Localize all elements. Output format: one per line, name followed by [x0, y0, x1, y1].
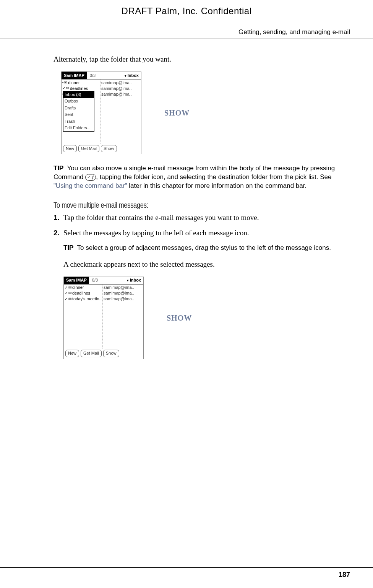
tip-label: TIP [63, 244, 73, 251]
step-1: 1. Tap the folder that contains the e-ma… [54, 213, 350, 223]
palm-screenshot-1: Sam IMAP 0/3 Inbox •✉dinner ✓✉deadlines … [61, 72, 141, 154]
step-text: Tap the folder that contains the e-mail … [63, 213, 259, 223]
cross-reference-link: "Using the command bar" [54, 182, 127, 189]
screenshot-body: ✓✉dinner ✓✉deadlines ✓✉today's meetin.. … [64, 285, 143, 349]
folder-selector: Inbox [122, 73, 141, 78]
screenshot-titlebar: Sam IMAP 0/3 Inbox [64, 277, 143, 285]
message-counter: 0/3 [89, 277, 101, 283]
tip-text-after: , tapping the folder icon, and selecting… [96, 173, 331, 181]
step-text: Select the messages by tapping to the le… [63, 228, 249, 238]
procedure-heading: To move multiple e-mail messages: [54, 200, 297, 210]
envelope-icon: ✉ [68, 285, 71, 290]
envelope-icon: ✉ [68, 291, 71, 296]
show-button: Show [101, 145, 117, 152]
check-icon: ✓ [65, 291, 68, 296]
message-sender: samimap@ima.. [104, 296, 143, 302]
check-icon: ✓ [65, 285, 68, 290]
step-number: 1. [54, 213, 60, 223]
message-row: •✉dinner [62, 80, 99, 86]
message-sender: samimap@ima.. [104, 291, 143, 296]
envelope-icon: ✉ [66, 86, 69, 91]
folder-dropdown: Inbox (3) Outbox Drafts Sent Trash Edit … [63, 91, 94, 132]
section-title: Getting, sending, and managing e-mail [0, 21, 373, 39]
message-row: ✓✉deadlines [62, 86, 99, 91]
message-sender: samimap@ima.. [104, 285, 143, 291]
folder-selector: Inbox [125, 277, 143, 283]
show-annotation: SHOW [167, 313, 192, 323]
tip-text: To select a group of adjacent messages, … [77, 244, 331, 251]
message-sender: samimap@ima.. [101, 91, 140, 97]
message-list-right: samimap@ima.. samimap@ima.. samimap@ima.… [103, 285, 143, 349]
screenshot-body: •✉dinner ✓✉deadlines • samimap@ima.. sam… [62, 80, 141, 144]
screenshot-buttons: New Get Mail Show [63, 145, 117, 152]
message-subject: dinner [68, 80, 80, 86]
dropdown-selected: Inbox (3) [63, 91, 94, 98]
check-icon: ✓ [65, 296, 68, 302]
message-subject: deadlines [72, 291, 90, 296]
screenshot-row-1: Sam IMAP 0/3 Inbox •✉dinner ✓✉deadlines … [61, 72, 350, 154]
message-subject: today's meetin.. [72, 296, 102, 302]
message-row: ✓✉today's meetin.. [65, 296, 102, 302]
screenshot-buttons: New Get Mail Show [65, 350, 119, 357]
page-footer: 187 [0, 567, 373, 580]
tip-text-end: later in this chapter for more informati… [127, 182, 307, 189]
screenshot-row-2: Sam IMAP 0/3 Inbox ✓✉dinner ✓✉deadlines … [63, 277, 350, 359]
dropdown-item: Edit Folders... [63, 125, 94, 131]
envelope-icon: ✉ [68, 296, 71, 302]
palm-screenshot-2: Sam IMAP 0/3 Inbox ✓✉dinner ✓✉deadlines … [63, 277, 144, 359]
new-button: New [63, 145, 77, 152]
page-content: Alternately, tap the folder that you wan… [0, 39, 373, 359]
account-title: Sam IMAP [64, 277, 89, 284]
new-button: New [65, 350, 79, 357]
envelope-icon: ✉ [64, 80, 67, 85]
message-row: ✓✉dinner [65, 285, 102, 291]
checkmark-result-text: A checkmark appears next to the selected… [63, 259, 350, 270]
message-subject: dinner [72, 285, 84, 291]
step-number: 2. [54, 228, 60, 238]
intro-text: Alternately, tap the folder that you wan… [54, 54, 350, 65]
page-number: 187 [339, 571, 350, 578]
get-mail-button: Get Mail [81, 350, 102, 357]
command-icon: ✓ ƒ [85, 174, 96, 181]
check-icon: ✓ [62, 86, 65, 91]
show-annotation: SHOW [164, 108, 190, 118]
tip-1: TIP You can also move a single e-mail me… [54, 164, 350, 191]
step-2: 2. Select the messages by tapping to the… [54, 228, 350, 238]
message-sender: samimap@ima.. [101, 86, 140, 91]
account-title: Sam IMAP [62, 72, 87, 79]
dropdown-item: Outbox [63, 98, 94, 104]
tip-label: TIP [54, 165, 63, 172]
dropdown-item: Trash [63, 118, 94, 125]
dropdown-item: Drafts [63, 105, 94, 111]
dropdown-item: Sent [63, 111, 94, 118]
screenshot-titlebar: Sam IMAP 0/3 Inbox [62, 72, 141, 80]
tip-2: TIP To select a group of adjacent messag… [63, 244, 350, 252]
show-button: Show [103, 350, 119, 357]
get-mail-button: Get Mail [78, 145, 99, 152]
message-sender: samimap@ima.. [101, 80, 140, 86]
bullet-icon: • [62, 80, 63, 85]
draft-header: DRAFT Palm, Inc. Confidential [0, 0, 373, 21]
message-list-right: samimap@ima.. samimap@ima.. samimap@ima.… [101, 80, 141, 144]
message-row: ✓✉deadlines [65, 291, 102, 296]
message-counter: 0/3 [87, 73, 99, 78]
message-subject: deadlines [70, 86, 88, 91]
message-list-left: ✓✉dinner ✓✉deadlines ✓✉today's meetin.. [64, 285, 103, 349]
